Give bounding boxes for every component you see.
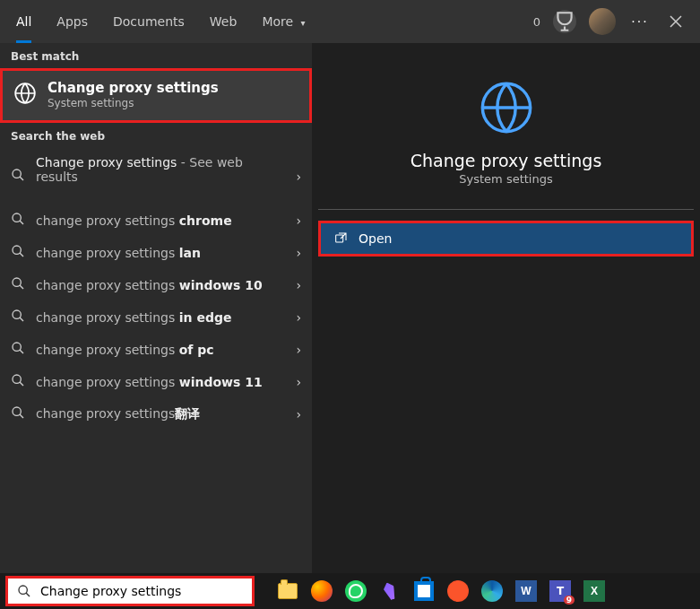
search-icon: [17, 584, 31, 598]
chevron-right-icon: ›: [296, 278, 301, 292]
web-suggestion[interactable]: change proxy settings in edge ›: [0, 301, 312, 334]
open-label: Open: [359, 231, 392, 246]
chevron-right-icon: ›: [296, 407, 301, 422]
svg-point-8: [13, 407, 21, 415]
best-match-label: Best match: [0, 43, 312, 68]
search-icon: [11, 309, 25, 326]
search-icon: [11, 276, 25, 294]
globe-icon: [13, 82, 37, 109]
search-icon: [11, 405, 25, 423]
svg-point-6: [13, 343, 21, 351]
tab-more-label: More: [262, 14, 293, 29]
suggestion-text: change proxy settings windows 11: [36, 375, 285, 389]
svg-point-11: [19, 586, 27, 594]
suggestion-text: change proxy settings of pc: [36, 343, 285, 357]
rewards-icon[interactable]: [553, 10, 576, 33]
chevron-right-icon: ›: [296, 375, 301, 389]
svg-point-7: [13, 375, 21, 383]
best-match-result[interactable]: Change proxy settings System settings: [0, 68, 312, 123]
tab-apps[interactable]: Apps: [44, 0, 100, 43]
suggestion-text: change proxy settings chrome: [36, 213, 285, 228]
word-icon[interactable]: W: [511, 576, 541, 606]
web-suggestion[interactable]: Change proxy settings - See web results …: [0, 148, 312, 204]
chevron-right-icon: ›: [296, 246, 301, 260]
taskbar-search[interactable]: [5, 576, 255, 606]
web-suggestion[interactable]: change proxy settings windows 11 ›: [0, 366, 312, 398]
search-icon: [11, 244, 25, 262]
more-options-icon[interactable]: ···: [628, 10, 652, 33]
chevron-right-icon: ›: [296, 343, 301, 357]
search-icon: [11, 373, 25, 391]
suggestion-text: change proxy settings翻译: [36, 406, 285, 422]
header-right: 0 ···: [533, 8, 696, 35]
tab-documents[interactable]: Documents: [100, 0, 197, 43]
edge-icon[interactable]: [477, 576, 507, 606]
open-action[interactable]: Open: [318, 221, 694, 257]
suggestion-text: change proxy settings windows 10: [36, 278, 285, 292]
whatsapp-icon[interactable]: [341, 576, 371, 606]
file-explorer-icon[interactable]: [272, 576, 303, 606]
search-icon: [11, 341, 25, 359]
teams-badge: 9: [564, 596, 575, 605]
excel-icon[interactable]: X: [579, 576, 609, 606]
web-suggestion[interactable]: change proxy settings lan ›: [0, 237, 312, 269]
open-icon: [333, 231, 348, 246]
chevron-right-icon: ›: [296, 213, 301, 228]
search-tabs: All Apps Documents Web More ▾ 0 ···: [0, 0, 700, 43]
svg-point-1: [13, 170, 21, 178]
search-web-label: Search the web: [0, 123, 312, 148]
web-suggestion[interactable]: change proxy settings翻译 ›: [0, 398, 312, 431]
suggestion-text: Change proxy settings - See web results: [36, 155, 285, 197]
teams-icon[interactable]: T9: [545, 576, 575, 606]
detail-title: Change proxy settings: [318, 151, 694, 170]
header-count: 0: [533, 15, 540, 29]
chevron-down-icon: ▾: [301, 18, 306, 28]
firefox-icon[interactable]: [307, 576, 337, 606]
suggestion-text: change proxy settings in edge: [36, 310, 285, 325]
web-suggestion[interactable]: change proxy settings chrome ›: [0, 204, 312, 237]
taskbar-search-input[interactable]: [40, 584, 243, 598]
divider: [318, 209, 694, 210]
profile-avatar[interactable]: [589, 8, 616, 35]
chevron-right-icon: ›: [296, 170, 301, 184]
close-button[interactable]: [664, 10, 687, 33]
search-icon: [11, 212, 25, 230]
microsoft-store-icon[interactable]: [409, 576, 439, 606]
tab-more[interactable]: More ▾: [249, 0, 317, 43]
detail-subtitle: System settings: [318, 172, 694, 186]
results-panel: Best match Change proxy settings System …: [0, 43, 312, 573]
chevron-right-icon: ›: [296, 310, 301, 325]
svg-point-2: [13, 213, 21, 222]
best-match-subtitle: System settings: [48, 97, 219, 109]
svg-rect-10: [336, 235, 343, 242]
feather-app-icon[interactable]: [375, 576, 405, 606]
svg-point-4: [13, 278, 21, 286]
tab-web[interactable]: Web: [197, 0, 250, 43]
detail-panel: Change proxy settings System settings Op…: [312, 43, 700, 573]
brave-icon[interactable]: [443, 576, 473, 606]
web-suggestion[interactable]: change proxy settings of pc ›: [0, 334, 312, 366]
search-icon: [11, 168, 25, 186]
globe-icon: [478, 123, 535, 140]
tab-all[interactable]: All: [4, 0, 44, 43]
best-match-title: Change proxy settings: [48, 80, 219, 96]
svg-point-5: [13, 310, 21, 318]
taskbar: W T9 X: [0, 573, 700, 609]
suggestion-text: change proxy settings lan: [36, 246, 285, 260]
svg-point-3: [13, 246, 21, 254]
web-suggestion[interactable]: change proxy settings windows 10 ›: [0, 269, 312, 301]
